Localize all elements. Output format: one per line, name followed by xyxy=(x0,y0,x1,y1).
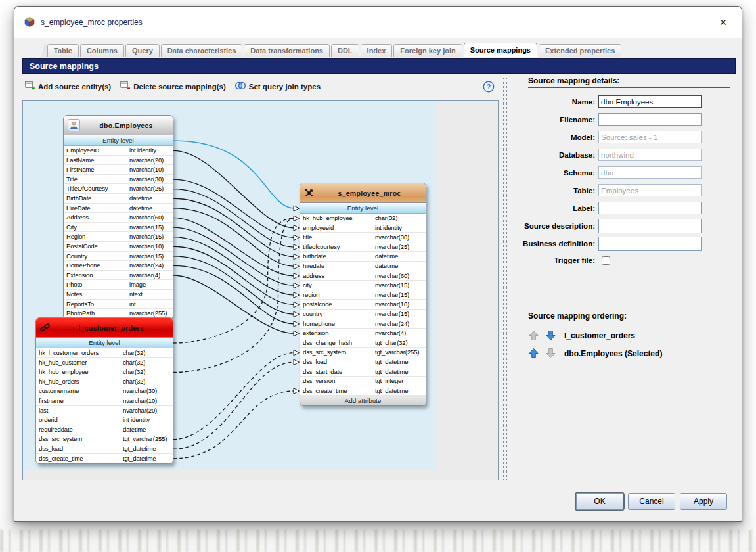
attribute-row[interactable]: HomePhonenvarchar(24) xyxy=(64,261,173,271)
attribute-row[interactable]: hk_hub_customerchar(32) xyxy=(36,358,173,368)
attribute-row[interactable]: hk_l_customer_orderschar(32) xyxy=(36,348,173,358)
tab-source-mappings[interactable]: Source mappings xyxy=(464,43,537,57)
attribute-row[interactable]: Addressnvarchar(60) xyxy=(64,213,173,223)
panel-splitter[interactable] xyxy=(503,78,507,480)
attribute-row[interactable]: lastnvarchar(20) xyxy=(36,406,173,416)
window-title: s_employee_mroc properties xyxy=(41,18,143,27)
attribute-row[interactable]: postalcodenvarchar(10) xyxy=(300,300,426,310)
add-source-entity-button[interactable]: Add source entity(s) xyxy=(22,79,113,95)
entity-dbo.Employees[interactable]: dbo.EmployeesEntity levelEmployeeIDint i… xyxy=(63,115,173,319)
attribute-row[interactable]: titlenvarchar(30) xyxy=(300,233,426,242)
tab-index[interactable]: Index xyxy=(361,44,393,57)
attribute-row[interactable]: Notesntext xyxy=(64,290,173,300)
field-input-source-description[interactable] xyxy=(598,219,702,233)
tab-table[interactable]: Table xyxy=(47,44,79,57)
attribute-row[interactable]: homephonenvarchar(24) xyxy=(300,319,426,329)
tab-query[interactable]: Query xyxy=(125,44,160,57)
tab-data-characteristics[interactable]: Data characteristics xyxy=(161,44,243,57)
field-input-database[interactable] xyxy=(598,149,702,161)
entity-s_employee_mroc[interactable]: s_employee_mrocEntity levelhk_hub_employ… xyxy=(300,183,426,406)
attribute-row[interactable]: BirthDatedatetime xyxy=(64,194,173,204)
down-arrow-icon[interactable] xyxy=(545,348,556,359)
attribute-row[interactable]: employeeidint identity xyxy=(300,223,426,233)
attribute-row[interactable]: dss_loadtgt_datetime xyxy=(300,357,426,367)
attribute-row[interactable]: customernamenvarchar(30) xyxy=(36,386,173,396)
trigger-file-checkbox[interactable] xyxy=(602,256,610,265)
attribute-row[interactable]: orderidint identity xyxy=(36,415,173,425)
attribute-row[interactable]: TitleOfCourtesynvarchar(25) xyxy=(64,184,173,194)
tab-columns[interactable]: Columns xyxy=(80,44,124,57)
attribute-row[interactable]: Extensionnvarchar(4) xyxy=(64,271,173,281)
field-input-business-definition[interactable] xyxy=(598,237,702,251)
close-icon[interactable]: × xyxy=(715,14,731,30)
attribute-row[interactable]: Regionnvarchar(15) xyxy=(64,232,173,242)
attribute-row[interactable]: firstnamenvarchar(10) xyxy=(36,396,173,406)
ordering-item-label[interactable]: l_customer_orders xyxy=(564,331,635,340)
attribute-row[interactable]: Photoimage xyxy=(64,280,173,290)
attribute-row[interactable]: dss_create_timetgt_datetime xyxy=(300,386,426,396)
apply-button[interactable]: Apply xyxy=(680,493,727,510)
tab-data-transformations[interactable]: Data transformations xyxy=(244,44,330,57)
ordering-title: Source mapping ordering: xyxy=(528,311,730,323)
help-icon[interactable]: ? xyxy=(483,81,495,95)
add-entity-icon xyxy=(24,80,35,93)
up-arrow-icon[interactable] xyxy=(528,348,539,359)
set-query-join-types-button[interactable]: Set query join types xyxy=(233,80,322,95)
attribute-row[interactable]: dss_change_hashtgt_char(32) xyxy=(300,338,426,348)
field-input-table[interactable] xyxy=(598,184,702,196)
entity-level-row: Entity level xyxy=(64,135,173,146)
attribute-row[interactable]: dss_src_systemtgt_varchar(255) xyxy=(300,348,426,357)
attribute-row[interactable]: LastNamenvarchar(20) xyxy=(64,156,173,166)
properties-dialog: s_employee_mroc properties × TableColumn… xyxy=(14,6,742,522)
mapping-canvas[interactable]: dbo.EmployeesEntity levelEmployeeIDint i… xyxy=(24,102,436,470)
attribute-row[interactable]: hiredatedatetime xyxy=(300,262,426,271)
ok-button[interactable]: OK xyxy=(576,493,623,510)
field-input-label[interactable] xyxy=(598,202,702,214)
delete-mapping-icon xyxy=(120,80,131,93)
attribute-row[interactable]: hk_hub_employeechar(32) xyxy=(300,214,426,223)
attribute-row[interactable]: countrynvarchar(15) xyxy=(300,310,426,319)
down-arrow-icon[interactable] xyxy=(545,330,556,341)
field-input-name[interactable] xyxy=(598,95,702,108)
attribute-row[interactable]: HireDatedatetime xyxy=(64,204,173,214)
attribute-row[interactable]: PostalCodenvarchar(10) xyxy=(64,242,173,252)
window-icon xyxy=(24,16,35,28)
tab-ddl[interactable]: DDL xyxy=(331,44,359,57)
entity-l_customer_orders[interactable]: l_customer_ordersEntity levelhk_l_custom… xyxy=(35,317,173,464)
field-input-filename[interactable] xyxy=(598,113,702,126)
attribute-row[interactable]: dss_start_datetgt_datetime xyxy=(300,367,426,377)
field-input-model[interactable] xyxy=(598,131,702,143)
attribute-row[interactable]: dss_src_systemtgt_varchar(255) xyxy=(36,434,173,444)
attribute-row[interactable]: hk_hub_orderschar(32) xyxy=(36,377,173,387)
attribute-row[interactable]: Titlenvarchar(30) xyxy=(64,175,173,185)
tab-foreign-key-join[interactable]: Foreign key join xyxy=(393,44,462,57)
attribute-row[interactable]: dss_create_timetgt_datetime xyxy=(36,454,173,464)
attribute-row[interactable]: titleofcourtesynvarchar(25) xyxy=(300,242,426,252)
attribute-row[interactable]: dss_versiontgt_integer xyxy=(300,377,426,386)
details-title: Source mapping details: xyxy=(528,76,730,88)
field-input-schema[interactable] xyxy=(598,166,702,179)
attribute-row[interactable]: ReportsToint xyxy=(64,300,173,310)
attribute-row[interactable]: regionnvarchar(15) xyxy=(300,290,426,300)
attribute-row[interactable]: Citynvarchar(15) xyxy=(64,223,173,233)
up-arrow-icon[interactable] xyxy=(528,330,539,341)
set-query-join-types-label: Set query join types xyxy=(249,83,321,91)
attribute-row[interactable]: Countrynvarchar(15) xyxy=(64,252,173,262)
attribute-row[interactable]: hk_hub_employeechar(32) xyxy=(36,367,173,377)
entity-level-row: Entity level xyxy=(36,338,173,348)
ordering-section: Source mapping ordering: l_customer_orde… xyxy=(511,311,741,359)
add-attribute-button[interactable]: Add attribute xyxy=(300,396,426,405)
attribute-row[interactable]: EmployeeIDint identity xyxy=(64,146,173,156)
cancel-button[interactable]: Cancel xyxy=(628,493,675,510)
field-label: Database: xyxy=(511,151,595,159)
tab-extended-properties[interactable]: Extended properties xyxy=(539,44,621,57)
attribute-row[interactable]: extensionnvarchar(4) xyxy=(300,329,426,338)
attribute-row[interactable]: dss_loadtgt_datetime xyxy=(36,444,173,454)
delete-source-mapping-button[interactable]: Delete source mapping(s) xyxy=(118,79,228,95)
attribute-row[interactable]: addressnvarchar(60) xyxy=(300,271,426,281)
attribute-row[interactable]: requireddatedatetime xyxy=(36,425,173,435)
attribute-row[interactable]: citynvarchar(15) xyxy=(300,281,426,290)
ordering-item-label[interactable]: dbo.Employees (Selected) xyxy=(564,349,662,358)
attribute-row[interactable]: FirstNamenvarchar(10) xyxy=(64,165,173,175)
attribute-row[interactable]: birthdatedatetime xyxy=(300,252,426,262)
